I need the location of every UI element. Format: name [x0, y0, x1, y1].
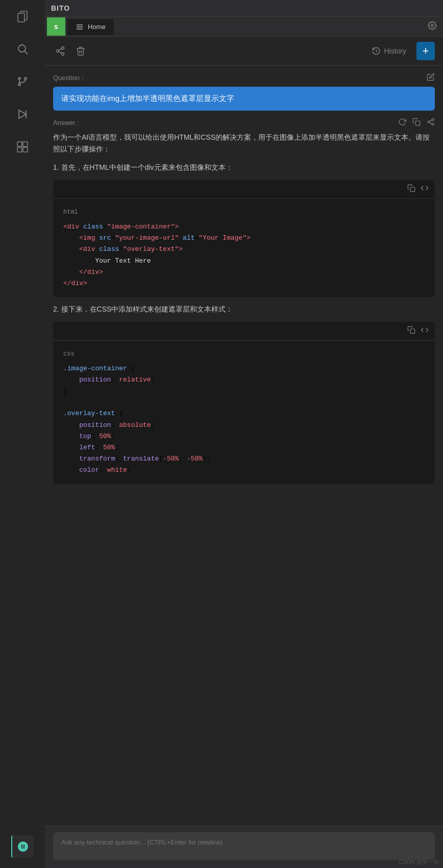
- main-panel: BITO s Home: [45, 0, 443, 868]
- code-line: transform: translate(-50%, -50%);: [63, 453, 425, 465]
- expand-code2-button[interactable]: [421, 326, 429, 336]
- code-line: </div>: [63, 278, 425, 289]
- code-line: <div class="image-container">: [63, 221, 425, 233]
- expand-code1-button[interactable]: [421, 184, 429, 194]
- run-icon[interactable]: [11, 103, 34, 125]
- svg-rect-23: [415, 121, 420, 125]
- history-button[interactable]: History: [367, 44, 410, 58]
- content-area: Question : 请实现功能在img上增加半透明黑色遮罩层显示文字 Answ…: [45, 66, 443, 826]
- app-header: BITO: [45, 0, 443, 17]
- question-box: 请实现功能在img上增加半透明黑色遮罩层显示文字: [53, 87, 435, 111]
- code-line: left: 50%;: [63, 442, 425, 453]
- svg-point-19: [57, 50, 59, 53]
- answer-step2-label: 2. 接下来，在CSS中添加样式来创建遮罩层和文本样式：: [53, 303, 435, 316]
- code-block-2-header: [53, 322, 435, 341]
- code-line: Your Text Here: [63, 256, 425, 267]
- code-block-2-body: css .image-container { position: relativ…: [53, 341, 435, 484]
- svg-point-4: [18, 78, 20, 80]
- activity-bar: [0, 0, 45, 868]
- code-line: position: relative;: [63, 374, 425, 386]
- svg-line-27: [430, 122, 432, 124]
- code-block-1: html <div class="image-container"> <img …: [53, 180, 435, 297]
- code-line: position: absolute;: [63, 420, 425, 431]
- chat-icon[interactable]: [11, 835, 34, 858]
- code-block-1-body: html <div class="image-container"> <img …: [53, 199, 435, 297]
- input-bar: [45, 826, 443, 868]
- svg-rect-29: [410, 187, 415, 192]
- code-line: .overlay-text {: [63, 408, 425, 419]
- answer-step1-label: 1. 首先，在HTML中创建一个div元素来包含图像和文本：: [53, 162, 435, 174]
- svg-point-20: [62, 53, 64, 55]
- history-icon: [372, 46, 381, 56]
- code-line: <img src="your-image-url" alt="Your Imag…: [63, 233, 425, 244]
- svg-point-17: [431, 24, 434, 27]
- code-line: color: white;: [63, 465, 425, 476]
- app-title: BITO: [51, 4, 70, 12]
- code-line: [63, 397, 425, 408]
- home-tab[interactable]: Home: [67, 18, 114, 35]
- extensions-icon[interactable]: [11, 136, 34, 158]
- copy-answer-button[interactable]: [412, 118, 421, 127]
- watermark: CSDN @牛一头: [399, 858, 439, 866]
- edit-question-button[interactable]: [427, 73, 435, 83]
- answer-section-label: Answer :: [53, 118, 435, 127]
- git-icon[interactable]: [11, 70, 34, 93]
- copy-code2-button[interactable]: [407, 326, 415, 336]
- svg-line-22: [59, 48, 62, 50]
- home-tab-label: Home: [88, 23, 106, 31]
- svg-rect-13: [23, 147, 28, 152]
- svg-point-2: [18, 45, 26, 52]
- answer-intro: 作为一个AI语言模型，我可以给出使用HTML和CSS的解决方案，用于在图像上添加…: [53, 132, 435, 156]
- svg-rect-30: [410, 329, 415, 334]
- svg-marker-8: [19, 110, 26, 118]
- search-icon[interactable]: [11, 38, 34, 60]
- question-input[interactable]: [53, 832, 435, 860]
- files-icon[interactable]: [11, 5, 34, 28]
- code-line: }: [63, 386, 425, 397]
- svg-line-28: [430, 120, 432, 121]
- refresh-button[interactable]: [398, 118, 406, 127]
- share-answer-button[interactable]: [427, 118, 435, 127]
- code-line: </div>: [63, 267, 425, 278]
- copy-code1-button[interactable]: [407, 184, 415, 194]
- svg-rect-12: [17, 147, 22, 152]
- toolbar: History +: [45, 37, 443, 66]
- svg-point-6: [18, 84, 20, 86]
- user-avatar[interactable]: s: [47, 17, 65, 36]
- code-block-2: css .image-container { position: relativ…: [53, 322, 435, 484]
- code-lang-2: css: [63, 349, 425, 359]
- history-label: History: [384, 47, 406, 55]
- svg-point-5: [24, 78, 27, 80]
- code-line: top: 50%;: [63, 431, 425, 442]
- code-block-1-header: [53, 180, 435, 199]
- menu-icon: [76, 23, 84, 31]
- settings-button[interactable]: [422, 17, 443, 36]
- svg-point-24: [432, 118, 434, 120]
- svg-rect-10: [17, 142, 22, 146]
- svg-point-26: [432, 123, 434, 125]
- code-line: .image-container {: [63, 363, 425, 374]
- delete-button[interactable]: [73, 44, 88, 58]
- svg-point-25: [428, 121, 430, 123]
- svg-rect-1: [18, 13, 24, 22]
- svg-point-18: [62, 47, 64, 49]
- code-line: <div class="overlay-text">: [63, 244, 425, 255]
- code-lang-1: html: [63, 207, 425, 217]
- question-text: 请实现功能在img上增加半透明黑色遮罩层显示文字: [61, 94, 234, 103]
- add-button[interactable]: +: [416, 42, 435, 60]
- question-section-label: Question :: [53, 73, 435, 83]
- tab-bar: s Home: [45, 17, 443, 37]
- svg-line-3: [25, 52, 28, 55]
- svg-rect-11: [23, 142, 28, 146]
- svg-line-21: [59, 52, 62, 53]
- share-button[interactable]: [53, 44, 67, 58]
